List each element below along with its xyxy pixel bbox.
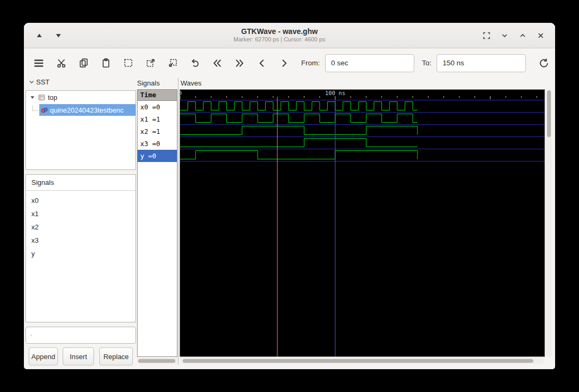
wave-vertical-scrollbar[interactable] — [546, 89, 552, 357]
signals-list-panel: Signals x0 x1 x2 x3 y — [25, 174, 136, 322]
window-title: GTKWave - wave.ghw — [112, 27, 447, 37]
wave-hscroll-thumb[interactable] — [183, 359, 533, 363]
replace-button[interactable]: Replace — [99, 347, 133, 365]
names-panel-label: Signals — [137, 79, 160, 87]
undo-button[interactable] — [185, 54, 205, 73]
to-input[interactable] — [437, 54, 526, 72]
name-row-x1[interactable]: x1 =1 — [138, 113, 177, 125]
shift-left-button[interactable] — [252, 54, 271, 73]
double-chevron-left-icon — [212, 58, 223, 69]
names-scroll-thumb[interactable] — [138, 359, 175, 363]
tree-node-label: quine20240423testbenc — [50, 106, 124, 114]
sst-section-header[interactable]: SST — [28, 78, 49, 86]
restore-icon — [482, 31, 491, 40]
signal-item-y[interactable]: y — [26, 247, 135, 260]
paste-button[interactable] — [96, 54, 115, 73]
menu-icon — [33, 57, 45, 69]
wave-vscroll-thumb[interactable] — [547, 90, 551, 137]
chevron-left-icon — [257, 58, 267, 69]
search-icon — [30, 331, 32, 339]
paste-icon — [101, 58, 111, 68]
up-arrow-icon — [35, 31, 44, 40]
from-input[interactable] — [325, 54, 414, 72]
chevron-up-button[interactable] — [516, 29, 530, 42]
restore-button[interactable] — [480, 29, 493, 42]
names-horizontal-scrollbar[interactable] — [137, 358, 177, 364]
from-label: From: — [301, 59, 320, 67]
sst-label: SST — [36, 78, 49, 86]
titlebar[interactable]: GTKWave - wave.ghw Marker: 62700 ps | Cu… — [24, 23, 555, 48]
sst-tree: top quine20240423testbenc — [25, 90, 136, 170]
marker-cursor-status: Marker: 62700 ps | Cursor: 4600 ps — [112, 36, 447, 44]
double-chevron-right-icon — [234, 58, 245, 69]
shift-right-button[interactable] — [275, 54, 294, 73]
undo-icon — [190, 58, 200, 68]
menu-button[interactable] — [29, 54, 48, 73]
down-arrow-icon — [54, 31, 63, 40]
name-row-x2[interactable]: x2 =1 — [138, 125, 177, 138]
wave-canvas[interactable]: 0100 ns — [180, 89, 545, 357]
waveform-plot: 0100 ns — [180, 90, 544, 356]
svg-text:0: 0 — [180, 90, 182, 96]
chevron-down-icon — [500, 31, 509, 40]
zoom-fit-icon — [123, 58, 133, 68]
time-header[interactable]: Time — [138, 90, 177, 101]
append-button[interactable]: Append — [29, 347, 58, 365]
tree-connector — [32, 105, 39, 111]
chevron-down-button[interactable] — [498, 29, 512, 42]
signal-item-x1[interactable]: x1 — [26, 207, 135, 220]
zoom-in-icon — [146, 58, 156, 68]
chevron-right-icon — [279, 58, 289, 69]
close-icon — [537, 31, 545, 40]
signal-search-box — [25, 327, 136, 344]
waves-panel-label: Waves — [181, 79, 201, 87]
zoom-fit-button[interactable] — [118, 54, 138, 73]
signal-item-x2[interactable]: x2 — [26, 220, 135, 234]
sst-collapse-icon — [28, 79, 35, 86]
to-label: To: — [422, 59, 431, 67]
names-panel: Time x0 =0 x1 =1 x2 =1 x3 =0 y =0 — [137, 89, 177, 357]
zoom-out-icon — [168, 58, 178, 68]
svg-text:100 ns: 100 ns — [325, 90, 345, 96]
reload-icon — [539, 58, 549, 69]
close-button[interactable] — [534, 29, 548, 42]
cut-icon — [56, 58, 66, 68]
tree-selection[interactable]: quine20240423testbenc — [39, 104, 135, 116]
copy-button[interactable] — [74, 54, 93, 73]
cut-button[interactable] — [52, 54, 71, 73]
zoom-in-button[interactable] — [141, 54, 160, 73]
signal-item-x0[interactable]: x0 — [26, 194, 135, 207]
name-row-y[interactable]: y =0 — [138, 150, 177, 162]
zoom-out-button[interactable] — [163, 54, 182, 73]
chevron-up-icon — [518, 31, 527, 40]
down-arrow-button[interactable] — [52, 29, 65, 42]
search-input[interactable] — [36, 331, 131, 340]
signals-list-header: Signals — [26, 175, 135, 191]
toolbar: From: To: — [24, 48, 555, 78]
copy-icon — [79, 58, 89, 68]
instance-icon — [40, 106, 48, 114]
tree-node-top[interactable]: top — [26, 91, 135, 104]
up-arrow-button[interactable] — [32, 29, 46, 42]
insert-button[interactable]: Insert — [63, 347, 94, 365]
name-row-x3[interactable]: x3 =0 — [138, 138, 177, 150]
signal-item-x3[interactable]: x3 — [26, 234, 135, 247]
tree-node-label: top — [48, 93, 57, 101]
module-icon — [38, 93, 46, 101]
gtkwave-window: GTKWave - wave.ghw Marker: 62700 ps | Cu… — [24, 23, 555, 369]
reload-button[interactable] — [534, 54, 554, 73]
expander-down-icon[interactable] — [29, 94, 36, 100]
fetch-right-button[interactable] — [230, 54, 249, 73]
name-row-x0[interactable]: x0 =0 — [138, 101, 177, 113]
tree-node-testbench[interactable]: quine20240423testbenc — [26, 104, 135, 116]
wave-horizontal-scrollbar[interactable] — [181, 358, 544, 364]
fetch-left-button[interactable] — [208, 54, 227, 73]
